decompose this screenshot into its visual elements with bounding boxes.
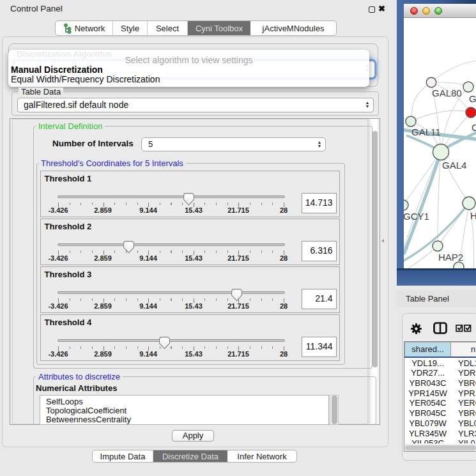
svg-text:H: H bbox=[470, 210, 476, 221]
svg-text:HAP2: HAP2 bbox=[438, 252, 463, 263]
svg-text:GAL80: GAL80 bbox=[432, 88, 462, 98]
svg-text:GAL11: GAL11 bbox=[411, 127, 441, 137]
svg-text:GCY1: GCY1 bbox=[404, 211, 429, 222]
svg-text:GAL4: GAL4 bbox=[442, 160, 466, 171]
svg-text:C: C bbox=[472, 122, 476, 133]
svg-text:GA: GA bbox=[469, 93, 476, 104]
